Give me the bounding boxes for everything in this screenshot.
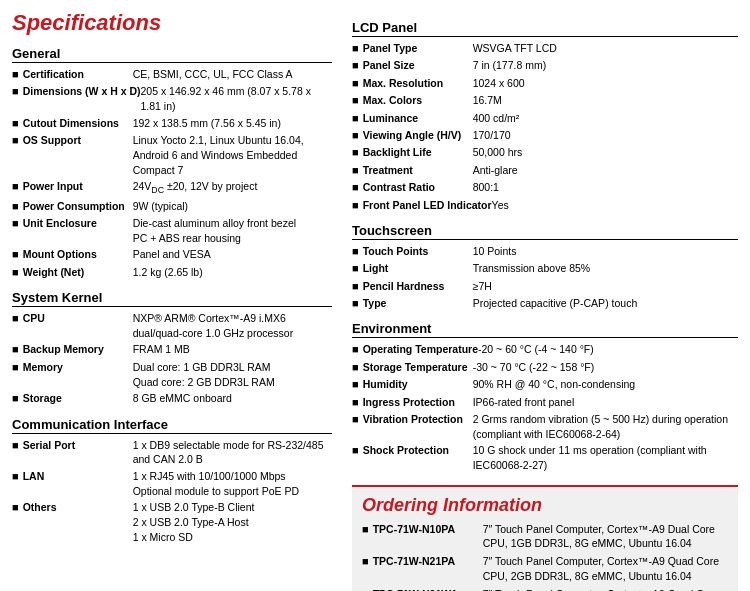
bullet-icon: ■: [12, 67, 19, 82]
spec-value: 800:1: [473, 180, 738, 195]
spec-value: -20 ~ 60 °C (-4 ~ 140 °F): [478, 342, 738, 357]
bullet-icon: ■: [352, 180, 359, 195]
environment-spec-list: ■ Operating Temperature -20 ~ 60 °C (-4 …: [352, 342, 738, 472]
spec-value: 8 GB eMMC onboard: [133, 391, 332, 406]
bullet-icon: ■: [352, 76, 359, 91]
bullet-icon: ■: [352, 395, 359, 410]
spec-label: Touch Points: [363, 244, 473, 259]
list-item: ■ Vibration Protection 2 Grms random vib…: [352, 412, 738, 441]
spec-label: Front Panel LED Indicator: [363, 198, 492, 213]
bullet-icon: ■: [12, 247, 19, 262]
spec-label: Max. Colors: [363, 93, 473, 108]
spec-value: 16.7M: [473, 93, 738, 108]
list-item: ■ Operating Temperature -20 ~ 60 °C (-4 …: [352, 342, 738, 357]
spec-label: Pencil Hardness: [363, 279, 473, 294]
bullet-icon: ■: [12, 360, 19, 389]
spec-value: Anti-glare: [473, 163, 738, 178]
list-item: ■ Mount Options Panel and VESA: [12, 247, 332, 262]
bullet-icon: ■: [12, 216, 19, 245]
spec-value: 2 Grms random vibration (5 ~ 500 Hz) dur…: [473, 412, 738, 441]
list-item: ■ CPU NXP® ARM® Cortex™-A9 i.MX6 dual/qu…: [12, 311, 332, 340]
bullet-icon: ■: [12, 438, 19, 467]
model-description: 7″ Touch Panel Computer, Cortex™-A9 Dual…: [483, 522, 728, 551]
list-item: ■ Touch Points 10 Points: [352, 244, 738, 259]
list-item: ■ Pencil Hardness ≥7H: [352, 279, 738, 294]
bullet-icon: ■: [12, 116, 19, 131]
spec-label: Type: [363, 296, 473, 311]
spec-label: Backup Memory: [23, 342, 133, 357]
bullet-icon: ■: [362, 554, 369, 583]
environment-section-title: Environment: [352, 321, 738, 338]
bullet-icon: ■: [352, 412, 359, 441]
list-item: ■ Type Projected capacitive (P-CAP) touc…: [352, 296, 738, 311]
model-description: 7″ Touch Panel Computer, Cortex™-A9 Quad…: [483, 554, 728, 583]
list-item: ■ Memory Dual core: 1 GB DDR3L RAMQuad c…: [12, 360, 332, 389]
spec-label: Certification: [23, 67, 133, 82]
communication-section-title: Communication Interface: [12, 417, 332, 434]
list-item: ■ Weight (Net) 1.2 kg (2.65 lb): [12, 265, 332, 280]
spec-label: Light: [363, 261, 473, 276]
list-item: ■ TPC-71W-N21WA 7″ Touch Panel Computer,…: [362, 587, 728, 591]
spec-value: Yes: [492, 198, 738, 213]
system-kernel-section-title: System Kernel: [12, 290, 332, 307]
list-item: ■ Panel Size 7 in (177.8 mm): [352, 58, 738, 73]
bullet-icon: ■: [352, 360, 359, 375]
ordering-section: Ordering Information ■ TPC-71W-N10PA 7″ …: [352, 485, 738, 591]
left-column: Specifications General ■ Certification C…: [12, 10, 332, 591]
list-item: ■ Dimensions (W x H x D) 205 x 146.92 x …: [12, 84, 332, 113]
list-item: ■ Cutout Dimensions 192 x 138.5 mm (7.56…: [12, 116, 332, 131]
spec-label: Panel Size: [363, 58, 473, 73]
spec-label: Storage Temperature: [363, 360, 473, 375]
spec-label: Vibration Protection: [363, 412, 473, 441]
spec-label: Contrast Ratio: [363, 180, 473, 195]
spec-value: Transmission above 85%: [473, 261, 738, 276]
spec-label: Power Input: [23, 179, 133, 196]
spec-value: -30 ~ 70 °C (-22 ~ 158 °F): [473, 360, 738, 375]
model-number: TPC-71W-N21PA: [373, 554, 483, 583]
system-kernel-spec-list: ■ CPU NXP® ARM® Cortex™-A9 i.MX6 dual/qu…: [12, 311, 332, 407]
spec-label: Weight (Net): [23, 265, 133, 280]
touchscreen-section-title: Touchscreen: [352, 223, 738, 240]
spec-value: 205 x 146.92 x 46 mm (8.07 x 5.78 x 1.81…: [141, 84, 332, 113]
spec-value: 1024 x 600: [473, 76, 738, 91]
spec-value: 24VDC ±20, 12V by project: [133, 179, 332, 196]
bullet-icon: ■: [352, 111, 359, 126]
spec-value: FRAM 1 MB: [133, 342, 332, 357]
bullet-icon: ■: [352, 443, 359, 472]
bullet-icon: ■: [352, 261, 359, 276]
ordering-list: ■ TPC-71W-N10PA 7″ Touch Panel Computer,…: [362, 522, 728, 591]
list-item: ■ Storage Temperature -30 ~ 70 °C (-22 ~…: [352, 360, 738, 375]
spec-value: WSVGA TFT LCD: [473, 41, 738, 56]
list-item: ■ Others 1 x USB 2.0 Type-B Client2 x US…: [12, 500, 332, 544]
list-item: ■ Serial Port 1 x DB9 selectable mode fo…: [12, 438, 332, 467]
list-item: ■ Power Consumption 9W (typical): [12, 199, 332, 214]
spec-value: 192 x 138.5 mm (7.56 x 5.45 in): [133, 116, 332, 131]
list-item: ■ Storage 8 GB eMMC onboard: [12, 391, 332, 406]
spec-label: Shock Protection: [363, 443, 473, 472]
bullet-icon: ■: [12, 391, 19, 406]
bullet-icon: ■: [12, 199, 19, 214]
touchscreen-spec-list: ■ Touch Points 10 Points ■ Light Transmi…: [352, 244, 738, 312]
bullet-icon: ■: [352, 244, 359, 259]
list-item: ■ Luminance 400 cd/m²: [352, 111, 738, 126]
spec-value: Die-cast aluminum alloy front bezelPC + …: [133, 216, 332, 245]
list-item: ■ TPC-71W-N10PA 7″ Touch Panel Computer,…: [362, 522, 728, 551]
spec-value: 1 x DB9 selectable mode for RS-232/485 a…: [133, 438, 332, 467]
spec-value: 1 x RJ45 with 10/100/1000 MbpsOptional m…: [133, 469, 332, 498]
list-item: ■ Backup Memory FRAM 1 MB: [12, 342, 332, 357]
spec-value: ≥7H: [473, 279, 738, 294]
spec-label: Operating Temperature: [363, 342, 478, 357]
spec-label: Mount Options: [23, 247, 133, 262]
spec-value: 170/170: [473, 128, 738, 143]
spec-label: Viewing Angle (H/V): [363, 128, 473, 143]
spec-label: Max. Resolution: [363, 76, 473, 91]
bullet-icon: ■: [352, 342, 359, 357]
list-item: ■ LAN 1 x RJ45 with 10/100/1000 MbpsOpti…: [12, 469, 332, 498]
lcd-panel-spec-list: ■ Panel Type WSVGA TFT LCD ■ Panel Size …: [352, 41, 738, 213]
bullet-icon: ■: [12, 84, 19, 113]
bullet-icon: ■: [12, 500, 19, 544]
bullet-icon: ■: [12, 469, 19, 498]
spec-value: 9W (typical): [133, 199, 332, 214]
spec-label: Humidity: [363, 377, 473, 392]
spec-value: 50,000 hrs: [473, 145, 738, 160]
